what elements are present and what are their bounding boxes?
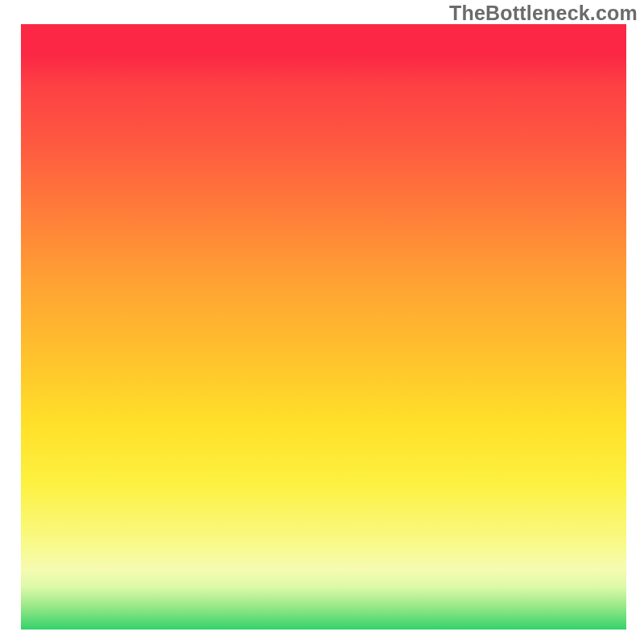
plot-area — [21, 24, 626, 630]
gradient-background — [21, 24, 626, 630]
watermark-text: TheBottleneck.com — [449, 2, 638, 25]
chart-container: TheBottleneck.com — [0, 0, 644, 644]
